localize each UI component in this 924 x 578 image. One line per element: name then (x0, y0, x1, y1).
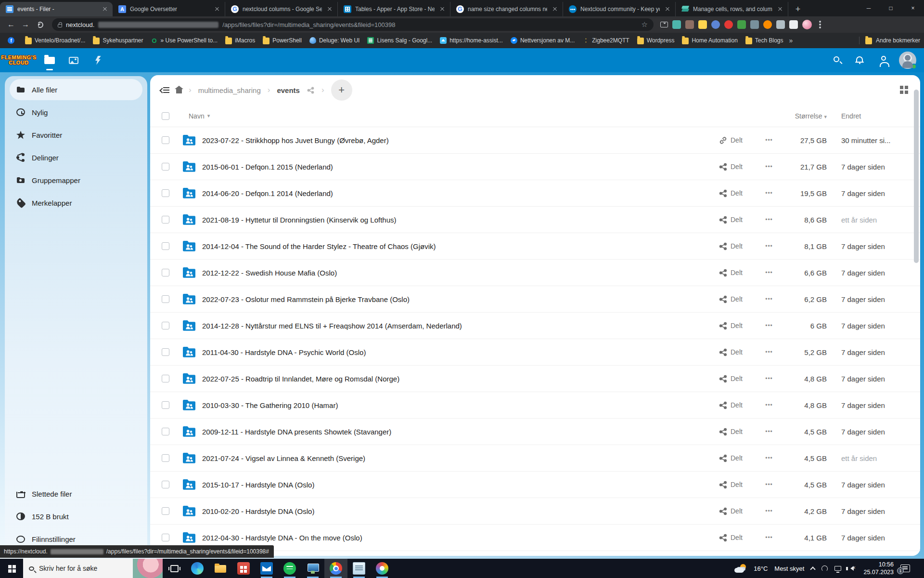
browser-tab[interactable]: Nextcloud community - Keep yo (563, 2, 676, 16)
browser-tab[interactable]: A Google Oversetter (113, 2, 225, 16)
shared-folder-icon[interactable] (182, 319, 196, 332)
shared-folder-icon[interactable] (182, 505, 196, 517)
sidebar-item[interactable]: Delinger (10, 147, 142, 168)
tab-close-icon[interactable] (776, 5, 784, 13)
shared-folder-icon[interactable] (182, 187, 196, 199)
table-row[interactable]: 2023-07-22 - Strikkhopp hos Juvet Bungy … (150, 127, 920, 154)
row-actions-menu[interactable]: ••• (759, 269, 779, 276)
row-actions-menu[interactable]: ••• (759, 402, 779, 408)
table-row[interactable]: 2014-06-20 - Defqon.1 2014 (Nederland) D… (150, 180, 920, 207)
row-checkbox[interactable] (162, 322, 169, 329)
scrollbar-thumb[interactable] (914, 90, 919, 263)
table-row[interactable]: 2014-12-28 - Nyttårstur med ELNS til + F… (150, 313, 920, 339)
forward-button[interactable]: → (19, 18, 32, 31)
shared-folder-icon[interactable] (182, 213, 196, 226)
share-status[interactable]: Delt (719, 242, 759, 250)
taskbar-app[interactable] (347, 559, 371, 578)
table-row[interactable]: 2021-08-19 - Hyttetur til Dronningstien … (150, 207, 920, 233)
volume-muted-icon[interactable] (848, 566, 854, 571)
file-name[interactable]: 2015-10-17 - Hardstyle DNA (Oslo) (202, 481, 314, 489)
extension-icon[interactable] (737, 20, 746, 29)
sort-by-name[interactable]: Navn ▾ (189, 112, 210, 120)
search-button[interactable] (825, 50, 846, 71)
file-name[interactable]: 2022-07-23 - Oslotur med Rammstein på Bj… (202, 295, 410, 303)
extension-icon[interactable] (724, 20, 733, 29)
share-status[interactable]: Delt (719, 216, 759, 224)
row-actions-menu[interactable]: ••• (759, 216, 779, 223)
row-checkbox[interactable] (162, 189, 169, 197)
install-app-icon[interactable] (660, 22, 668, 27)
row-actions-menu[interactable]: ••• (759, 481, 779, 488)
bookmark-item[interactable]: Sykehuspartner (89, 35, 147, 46)
start-button[interactable] (0, 559, 23, 578)
sidebar-item[interactable]: Alle filer (10, 79, 142, 100)
table-row[interactable]: 2022-07-23 - Oslotur med Rammstein på Bj… (150, 286, 920, 313)
file-name[interactable]: 2012-04-30 - Hardstyle DNA - On the move… (202, 534, 362, 542)
shared-folder-icon[interactable] (182, 134, 196, 146)
browser-tab[interactable]: G name size changed columns ne (450, 2, 563, 16)
weather-icon[interactable] (734, 564, 747, 573)
share-status[interactable]: Delt (719, 136, 759, 144)
bookmark-item[interactable]: https://home-assist... (436, 35, 507, 46)
row-checkbox[interactable] (162, 401, 169, 409)
share-status[interactable]: Delt (719, 348, 759, 356)
shared-folder-icon[interactable] (182, 452, 196, 464)
task-view-button[interactable] (163, 559, 186, 578)
extension-icon[interactable] (698, 20, 707, 29)
grid-view-toggle-icon[interactable] (900, 86, 909, 94)
row-checkbox[interactable] (162, 507, 169, 515)
bookmark-item[interactable]: ⁚ Zigbee2MQTT (578, 35, 633, 46)
contacts-button[interactable] (873, 50, 894, 71)
table-row[interactable]: 2015-10-17 - Hardstyle DNA (Oslo) Delt •… (150, 472, 920, 498)
bookmark-item[interactable]: Wordpress (633, 35, 679, 46)
user-avatar[interactable] (899, 52, 916, 69)
row-checkbox[interactable] (162, 428, 169, 435)
taskbar-app[interactable] (232, 559, 255, 578)
row-actions-menu[interactable]: ••• (759, 428, 779, 435)
sidebar-item[interactable]: Gruppemapper (10, 170, 142, 191)
extension-icon[interactable] (750, 20, 759, 29)
shared-folder-icon[interactable] (182, 160, 196, 173)
share-status[interactable]: Delt (719, 189, 759, 197)
row-actions-menu[interactable]: ••• (759, 190, 779, 197)
share-status[interactable]: Delt (719, 534, 759, 542)
table-row[interactable]: 2010-03-30 - The Gathering 2010 (Hamar) … (150, 392, 920, 419)
share-status[interactable]: Delt (719, 401, 759, 409)
file-name[interactable]: 2014-12-28 - Nyttårstur med ELNS til + F… (202, 322, 462, 330)
bookmark-item[interactable]: PowerShell (259, 35, 306, 46)
browser-tab[interactable]: Manage cells, rows, and colum (676, 2, 788, 16)
app-files[interactable] (38, 48, 62, 72)
extension-icon[interactable] (672, 20, 681, 29)
bookmark-item[interactable]: Tech Blogs (742, 35, 787, 46)
display-tray-icon[interactable] (834, 566, 841, 571)
browser-tab[interactable]: G nextcloud columns - Google Sea (225, 2, 338, 16)
row-checkbox[interactable] (162, 163, 169, 171)
taskbar-app[interactable] (186, 559, 209, 578)
file-name[interactable]: 2021-07-24 - Vigsel av Linnea & Kenneth … (202, 454, 365, 462)
window-minimize-button[interactable]: ─ (858, 0, 880, 16)
row-checkbox[interactable] (162, 348, 169, 356)
row-checkbox[interactable] (162, 534, 169, 541)
hidden-icons-chevron[interactable] (810, 566, 816, 572)
row-checkbox[interactable] (162, 269, 169, 276)
row-actions-menu[interactable]: ••• (759, 534, 779, 541)
taskbar-app[interactable] (324, 559, 347, 578)
row-checkbox[interactable] (162, 136, 169, 144)
file-name[interactable]: 2021-08-19 - Hyttetur til Dronningstien … (202, 216, 397, 224)
shared-folder-icon[interactable] (182, 346, 196, 358)
table-row[interactable]: 2014-12-04 - The Sound of the Harder Sty… (150, 233, 920, 260)
share-status[interactable]: Delt (719, 375, 759, 383)
file-name[interactable]: 2011-04-30 - Hardstyle DNA - Psychic Wor… (202, 348, 366, 356)
row-actions-menu[interactable]: ••• (759, 163, 779, 170)
shared-folder-icon[interactable] (182, 240, 196, 252)
row-actions-menu[interactable]: ••• (759, 508, 779, 514)
share-status[interactable]: Delt (719, 295, 759, 303)
row-checkbox[interactable] (162, 454, 169, 462)
taskbar-search-input[interactable]: Skriv her for å søke (23, 559, 163, 578)
window-maximize-button[interactable]: □ (880, 0, 902, 16)
share-status[interactable]: Delt (719, 481, 759, 489)
tab-close-icon[interactable] (551, 5, 559, 13)
share-status[interactable]: Delt (719, 428, 759, 436)
row-actions-menu[interactable]: ••• (759, 455, 779, 461)
table-row[interactable]: 2011-04-30 - Hardstyle DNA - Psychic Wor… (150, 339, 920, 366)
